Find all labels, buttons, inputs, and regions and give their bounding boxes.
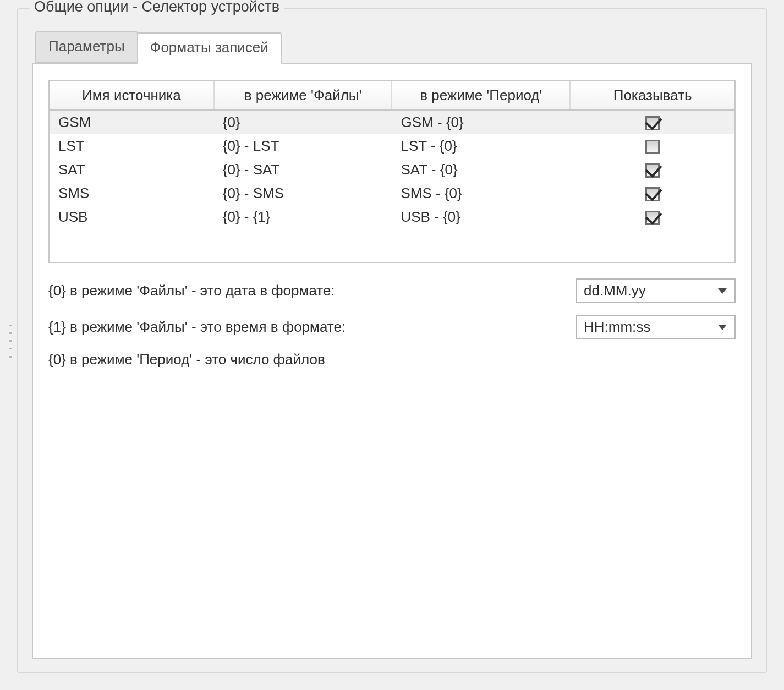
note-period-count: {0} в режиме 'Период' - это число файлов bbox=[48, 351, 736, 368]
date-format-value: dd.MM.yy bbox=[584, 282, 646, 299]
cell-files: {0} - SMS bbox=[214, 182, 392, 205]
tab-parameters[interactable]: Параметры bbox=[35, 31, 138, 63]
show-checkbox[interactable] bbox=[645, 116, 660, 130]
col-header-show[interactable]: Показывать bbox=[570, 81, 734, 110]
general-options-group: Общие опции - Селектор устройств Парамет… bbox=[17, 8, 767, 673]
note-date-format: {0} в режиме 'Файлы' - это дата в формат… bbox=[48, 282, 576, 299]
resize-grip[interactable] bbox=[9, 325, 12, 358]
tab-strip: Параметры Форматы записей bbox=[35, 31, 752, 63]
cell-files: {0} - SAT bbox=[214, 158, 392, 182]
tab-page-formats: Имя источника в режиме 'Файлы' в режиме … bbox=[32, 63, 752, 659]
table-row[interactable]: GSM {0} GSM - {0} bbox=[50, 110, 734, 134]
chevron-down-icon bbox=[718, 325, 727, 330]
col-header-period-mode[interactable]: в режиме 'Период' bbox=[392, 81, 570, 110]
cell-files: {0} - {1} bbox=[214, 205, 392, 229]
cell-source: SAT bbox=[50, 158, 214, 182]
cell-source: USB bbox=[50, 205, 214, 229]
group-title: Общие опции - Селектор устройств bbox=[30, 0, 284, 15]
cell-source: SMS bbox=[50, 182, 214, 205]
show-checkbox[interactable] bbox=[645, 163, 660, 178]
chevron-down-icon bbox=[718, 288, 727, 294]
show-checkbox[interactable] bbox=[645, 140, 660, 154]
time-format-value: HH:mm:ss bbox=[584, 319, 650, 336]
cell-period: GSM - {0} bbox=[392, 110, 570, 134]
cell-period: SMS - {0} bbox=[392, 182, 570, 205]
cell-files: {0} bbox=[214, 110, 392, 134]
cell-period: SAT - {0} bbox=[392, 158, 570, 182]
col-header-source[interactable]: Имя источника bbox=[50, 81, 214, 110]
date-format-combo[interactable]: dd.MM.yy bbox=[576, 278, 736, 303]
cell-files: {0} - LST bbox=[214, 134, 392, 158]
col-header-files-mode[interactable]: в режиме 'Файлы' bbox=[214, 81, 392, 110]
table-row[interactable]: LST {0} - LST LST - {0} bbox=[50, 134, 734, 158]
table-row[interactable]: USB {0} - {1} USB - {0} bbox=[50, 205, 734, 229]
cell-source: GSM bbox=[50, 110, 214, 134]
show-checkbox[interactable] bbox=[645, 187, 660, 201]
table-row[interactable]: SAT {0} - SAT SAT - {0} bbox=[50, 158, 734, 182]
cell-period: LST - {0} bbox=[392, 134, 570, 158]
time-format-combo[interactable]: HH:mm:ss bbox=[576, 315, 736, 339]
table-row[interactable]: SMS {0} - SMS SMS - {0} bbox=[50, 182, 734, 205]
tab-record-formats[interactable]: Форматы записей bbox=[137, 32, 282, 64]
cell-source: LST bbox=[50, 134, 214, 158]
note-time-format: {1} в режиме 'Файлы' - это время в форма… bbox=[48, 319, 576, 336]
formats-grid[interactable]: Имя источника в режиме 'Файлы' в режиме … bbox=[48, 80, 736, 263]
show-checkbox[interactable] bbox=[645, 211, 660, 225]
cell-period: USB - {0} bbox=[392, 205, 570, 229]
